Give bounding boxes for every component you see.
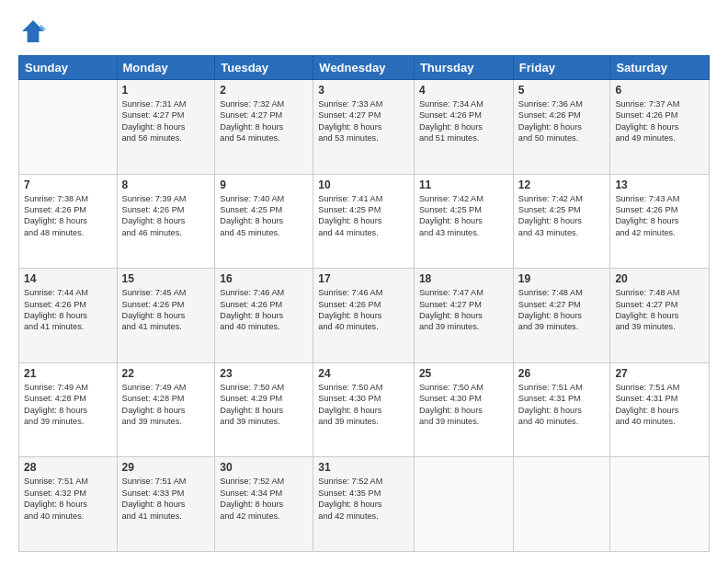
calendar-cell: 23Sunrise: 7:50 AM Sunset: 4:29 PM Dayli…	[215, 362, 313, 457]
calendar-cell: 19Sunrise: 7:48 AM Sunset: 4:27 PM Dayli…	[513, 269, 610, 363]
calendar-header-monday: Monday	[117, 56, 215, 80]
day-number: 13	[615, 178, 704, 191]
day-info: Sunrise: 7:51 AM Sunset: 4:31 PM Dayligh…	[518, 382, 606, 428]
day-info: Sunrise: 7:52 AM Sunset: 4:35 PM Dayligh…	[318, 476, 409, 522]
calendar-cell: 30Sunrise: 7:52 AM Sunset: 4:34 PM Dayli…	[215, 457, 313, 552]
logo	[18, 17, 51, 46]
day-number: 27	[615, 367, 704, 380]
day-number: 8	[122, 178, 210, 191]
day-info: Sunrise: 7:34 AM Sunset: 4:26 PM Dayligh…	[419, 98, 508, 144]
day-info: Sunrise: 7:41 AM Sunset: 4:25 PM Dayligh…	[318, 193, 409, 239]
day-number: 21	[24, 367, 112, 380]
calendar-cell: 22Sunrise: 7:49 AM Sunset: 4:28 PM Dayli…	[117, 362, 215, 457]
calendar-cell: 18Sunrise: 7:47 AM Sunset: 4:27 PM Dayli…	[414, 269, 513, 363]
day-info: Sunrise: 7:38 AM Sunset: 4:26 PM Dayligh…	[24, 193, 112, 239]
day-number: 14	[24, 272, 112, 285]
calendar-header-saturday: Saturday	[610, 56, 710, 80]
day-number: 18	[419, 272, 508, 285]
day-info: Sunrise: 7:50 AM Sunset: 4:29 PM Dayligh…	[220, 382, 308, 428]
calendar-cell: 26Sunrise: 7:51 AM Sunset: 4:31 PM Dayli…	[513, 362, 610, 457]
day-info: Sunrise: 7:44 AM Sunset: 4:26 PM Dayligh…	[24, 287, 112, 333]
day-info: Sunrise: 7:48 AM Sunset: 4:27 PM Dayligh…	[518, 287, 606, 333]
day-info: Sunrise: 7:52 AM Sunset: 4:34 PM Dayligh…	[220, 476, 308, 522]
day-number: 19	[518, 272, 606, 285]
calendar-cell: 5Sunrise: 7:36 AM Sunset: 4:26 PM Daylig…	[513, 80, 610, 175]
calendar-header-wednesday: Wednesday	[313, 56, 415, 80]
day-number: 29	[122, 461, 210, 474]
calendar-cell: 13Sunrise: 7:43 AM Sunset: 4:26 PM Dayli…	[610, 174, 710, 269]
calendar-week-row: 14Sunrise: 7:44 AM Sunset: 4:26 PM Dayli…	[19, 269, 710, 363]
day-number: 12	[518, 178, 606, 191]
calendar-cell: 7Sunrise: 7:38 AM Sunset: 4:26 PM Daylig…	[19, 174, 118, 269]
calendar-cell: 31Sunrise: 7:52 AM Sunset: 4:35 PM Dayli…	[313, 457, 415, 552]
day-number: 16	[220, 272, 308, 285]
calendar-cell: 8Sunrise: 7:39 AM Sunset: 4:26 PM Daylig…	[117, 174, 215, 269]
day-number: 26	[518, 367, 606, 380]
calendar-header-friday: Friday	[513, 56, 610, 80]
day-info: Sunrise: 7:49 AM Sunset: 4:28 PM Dayligh…	[122, 382, 210, 428]
day-info: Sunrise: 7:51 AM Sunset: 4:32 PM Dayligh…	[24, 476, 112, 522]
day-number: 22	[122, 367, 210, 380]
calendar-week-row: 7Sunrise: 7:38 AM Sunset: 4:26 PM Daylig…	[19, 174, 710, 269]
day-number: 4	[419, 84, 508, 97]
day-number: 1	[122, 84, 210, 97]
day-number: 20	[615, 272, 704, 285]
day-number: 3	[318, 84, 409, 97]
calendar-cell: 4Sunrise: 7:34 AM Sunset: 4:26 PM Daylig…	[414, 80, 513, 175]
day-info: Sunrise: 7:45 AM Sunset: 4:26 PM Dayligh…	[122, 287, 210, 333]
calendar-cell: 25Sunrise: 7:50 AM Sunset: 4:30 PM Dayli…	[414, 362, 513, 457]
calendar-cell: 20Sunrise: 7:48 AM Sunset: 4:27 PM Dayli…	[610, 269, 710, 363]
day-number: 23	[220, 367, 308, 380]
day-number: 31	[318, 461, 409, 474]
calendar-header-thursday: Thursday	[414, 56, 513, 80]
calendar-cell: 16Sunrise: 7:46 AM Sunset: 4:26 PM Dayli…	[215, 269, 313, 363]
day-number: 17	[318, 272, 409, 285]
calendar-cell: 12Sunrise: 7:42 AM Sunset: 4:25 PM Dayli…	[513, 174, 610, 269]
calendar-cell	[19, 80, 118, 175]
calendar-header-tuesday: Tuesday	[215, 56, 313, 80]
day-info: Sunrise: 7:47 AM Sunset: 4:27 PM Dayligh…	[419, 287, 508, 333]
day-info: Sunrise: 7:49 AM Sunset: 4:28 PM Dayligh…	[24, 382, 112, 428]
day-info: Sunrise: 7:43 AM Sunset: 4:26 PM Dayligh…	[615, 193, 704, 239]
calendar-cell	[513, 457, 610, 552]
day-info: Sunrise: 7:33 AM Sunset: 4:27 PM Dayligh…	[318, 98, 409, 144]
day-info: Sunrise: 7:50 AM Sunset: 4:30 PM Dayligh…	[419, 382, 508, 428]
calendar-week-row: 21Sunrise: 7:49 AM Sunset: 4:28 PM Dayli…	[19, 362, 710, 457]
page: SundayMondayTuesdayWednesdayThursdayFrid…	[0, 0, 728, 563]
day-number: 24	[318, 367, 409, 380]
calendar-cell	[610, 457, 710, 552]
logo-icon	[18, 17, 48, 46]
calendar-cell: 11Sunrise: 7:42 AM Sunset: 4:25 PM Dayli…	[414, 174, 513, 269]
calendar-cell	[414, 457, 513, 552]
day-info: Sunrise: 7:39 AM Sunset: 4:26 PM Dayligh…	[122, 193, 210, 239]
day-number: 2	[220, 84, 308, 97]
day-info: Sunrise: 7:51 AM Sunset: 4:31 PM Dayligh…	[615, 382, 704, 428]
day-number: 30	[220, 461, 308, 474]
day-info: Sunrise: 7:46 AM Sunset: 4:26 PM Dayligh…	[220, 287, 308, 333]
day-number: 25	[419, 367, 508, 380]
calendar-cell: 21Sunrise: 7:49 AM Sunset: 4:28 PM Dayli…	[19, 362, 118, 457]
day-info: Sunrise: 7:31 AM Sunset: 4:27 PM Dayligh…	[122, 98, 210, 144]
day-info: Sunrise: 7:40 AM Sunset: 4:25 PM Dayligh…	[220, 193, 308, 239]
day-number: 9	[220, 178, 308, 191]
day-info: Sunrise: 7:42 AM Sunset: 4:25 PM Dayligh…	[419, 193, 508, 239]
day-info: Sunrise: 7:36 AM Sunset: 4:26 PM Dayligh…	[518, 98, 606, 144]
calendar-week-row: 1Sunrise: 7:31 AM Sunset: 4:27 PM Daylig…	[19, 80, 710, 175]
calendar-cell: 3Sunrise: 7:33 AM Sunset: 4:27 PM Daylig…	[313, 80, 415, 175]
day-info: Sunrise: 7:32 AM Sunset: 4:27 PM Dayligh…	[220, 98, 308, 144]
day-info: Sunrise: 7:46 AM Sunset: 4:26 PM Dayligh…	[318, 287, 409, 333]
calendar-cell: 28Sunrise: 7:51 AM Sunset: 4:32 PM Dayli…	[19, 457, 118, 552]
calendar-cell: 2Sunrise: 7:32 AM Sunset: 4:27 PM Daylig…	[215, 80, 313, 175]
calendar-table: SundayMondayTuesdayWednesdayThursdayFrid…	[18, 55, 710, 552]
calendar-cell: 24Sunrise: 7:50 AM Sunset: 4:30 PM Dayli…	[313, 362, 415, 457]
header	[18, 17, 710, 46]
day-info: Sunrise: 7:50 AM Sunset: 4:30 PM Dayligh…	[318, 382, 409, 428]
day-number: 6	[615, 84, 704, 97]
calendar-cell: 15Sunrise: 7:45 AM Sunset: 4:26 PM Dayli…	[117, 269, 215, 363]
day-number: 28	[24, 461, 112, 474]
calendar-cell: 10Sunrise: 7:41 AM Sunset: 4:25 PM Dayli…	[313, 174, 415, 269]
calendar-cell: 14Sunrise: 7:44 AM Sunset: 4:26 PM Dayli…	[19, 269, 118, 363]
calendar-week-row: 28Sunrise: 7:51 AM Sunset: 4:32 PM Dayli…	[19, 457, 710, 552]
calendar-cell: 9Sunrise: 7:40 AM Sunset: 4:25 PM Daylig…	[215, 174, 313, 269]
calendar-cell: 1Sunrise: 7:31 AM Sunset: 4:27 PM Daylig…	[117, 80, 215, 175]
